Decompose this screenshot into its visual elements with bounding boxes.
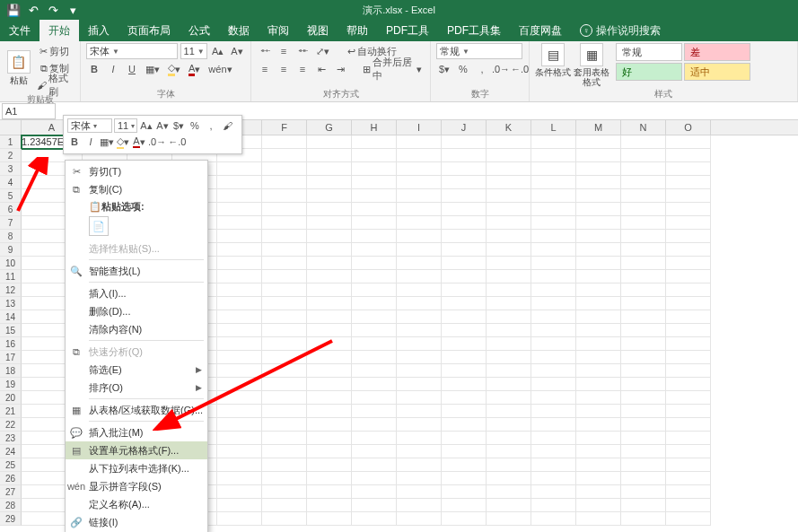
cell[interactable]	[442, 391, 487, 405]
cell[interactable]	[666, 203, 711, 216]
tab-data[interactable]: 数据	[219, 20, 259, 41]
cell[interactable]	[576, 324, 621, 337]
tell-me[interactable]: ♀ 操作说明搜索	[571, 20, 670, 41]
col-header-H[interactable]: H	[352, 120, 397, 135]
inc-decimal-button[interactable]: .0→	[493, 61, 509, 77]
font-color-button[interactable]: A▾	[186, 61, 203, 77]
cell[interactable]	[217, 472, 262, 485]
cell[interactable]	[621, 324, 666, 337]
cell[interactable]	[487, 257, 531, 270]
cell[interactable]	[262, 135, 307, 149]
cell[interactable]	[262, 257, 307, 270]
bold-button[interactable]: B	[86, 61, 102, 77]
cell[interactable]	[397, 283, 442, 297]
ctx-copy[interactable]: ⧉复制(C)	[66, 180, 207, 198]
cell[interactable]	[487, 445, 531, 458]
cell[interactable]	[442, 337, 487, 351]
cell[interactable]	[487, 405, 531, 418]
indent-inc-button[interactable]: ⇥	[332, 61, 348, 77]
cell[interactable]	[531, 135, 576, 149]
cell[interactable]	[262, 297, 307, 310]
cell[interactable]	[621, 432, 666, 445]
cell[interactable]	[531, 310, 576, 324]
align-bottom-button[interactable]: ⬵	[294, 43, 311, 59]
cell[interactable]	[621, 203, 666, 216]
cell[interactable]	[352, 297, 397, 310]
cell[interactable]	[576, 203, 621, 216]
row-header[interactable]: 9	[0, 243, 22, 257]
cell[interactable]	[397, 216, 442, 230]
col-header-J[interactable]: J	[442, 120, 487, 135]
cell[interactable]	[442, 216, 487, 230]
cell[interactable]	[307, 364, 352, 378]
cell[interactable]	[666, 257, 711, 270]
cell[interactable]	[217, 324, 262, 337]
cell[interactable]	[621, 216, 666, 230]
cell[interactable]	[217, 458, 262, 472]
cell[interactable]	[666, 230, 711, 243]
ctx-pinyin[interactable]: wén显示拼音字段(S)	[66, 477, 207, 495]
cell[interactable]	[621, 364, 666, 378]
cell[interactable]	[442, 283, 487, 297]
cell[interactable]	[442, 243, 487, 257]
cell[interactable]	[307, 149, 352, 162]
cell[interactable]	[531, 283, 576, 297]
cell[interactable]	[397, 364, 442, 378]
cell[interactable]	[262, 418, 307, 432]
cell[interactable]	[487, 485, 531, 499]
cell[interactable]	[576, 176, 621, 189]
cell[interactable]	[666, 378, 711, 391]
cell[interactable]	[531, 405, 576, 418]
cell[interactable]	[576, 351, 621, 364]
cell[interactable]	[262, 512, 307, 526]
cell[interactable]	[666, 270, 711, 283]
cell[interactable]	[576, 391, 621, 405]
cell[interactable]	[487, 216, 531, 230]
cell[interactable]	[262, 216, 307, 230]
align-right-button[interactable]: ≡	[294, 61, 311, 77]
cell[interactable]	[487, 378, 531, 391]
cell[interactable]	[352, 270, 397, 283]
cell[interactable]	[307, 405, 352, 418]
cell[interactable]	[442, 472, 487, 485]
cell[interactable]	[397, 230, 442, 243]
cell[interactable]	[666, 243, 711, 257]
cell[interactable]	[621, 149, 666, 162]
cell[interactable]	[217, 297, 262, 310]
cell[interactable]	[352, 176, 397, 189]
row-header[interactable]: 18	[0, 364, 22, 378]
cell[interactable]	[217, 203, 262, 216]
name-box[interactable]: A1	[2, 103, 56, 119]
row-header[interactable]: 1	[0, 135, 22, 149]
cell[interactable]	[531, 364, 576, 378]
cell[interactable]	[307, 135, 352, 149]
cell[interactable]	[307, 445, 352, 458]
cell[interactable]	[307, 351, 352, 364]
cell[interactable]	[621, 297, 666, 310]
cell[interactable]	[262, 458, 307, 472]
cell[interactable]	[576, 297, 621, 310]
mini-decdec[interactable]: ←.0	[168, 135, 186, 149]
cell[interactable]	[442, 176, 487, 189]
cell[interactable]	[307, 189, 352, 203]
cell[interactable]	[487, 458, 531, 472]
shrink-font-button[interactable]: A▾	[229, 43, 245, 59]
cell[interactable]	[442, 149, 487, 162]
cell[interactable]	[397, 405, 442, 418]
ctx-filter[interactable]: 筛选(E)▶	[66, 361, 207, 379]
cell[interactable]	[487, 203, 531, 216]
cell[interactable]	[217, 364, 262, 378]
cell[interactable]	[576, 189, 621, 203]
cell[interactable]	[307, 499, 352, 512]
cell[interactable]	[576, 162, 621, 176]
cell[interactable]	[262, 432, 307, 445]
cell[interactable]	[576, 472, 621, 485]
cell[interactable]	[621, 162, 666, 176]
mini-fill[interactable]: ◇▾	[116, 135, 130, 149]
cell[interactable]	[576, 418, 621, 432]
cell[interactable]	[531, 324, 576, 337]
cell[interactable]	[262, 351, 307, 364]
paste-option-values[interactable]: 📄	[89, 216, 109, 236]
cell[interactable]	[487, 364, 531, 378]
cell[interactable]	[442, 512, 487, 526]
